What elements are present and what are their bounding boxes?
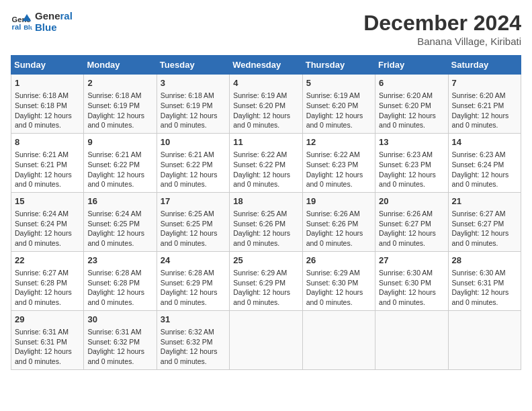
- calendar-cell: 16Sunrise: 6:24 AM Sunset: 6:25 PM Dayli…: [84, 192, 157, 251]
- day-number: 26: [306, 255, 371, 267]
- day-info: Sunrise: 6:23 AM Sunset: 6:24 PM Dayligh…: [452, 150, 517, 189]
- location: Banana Village, Kiribati: [363, 36, 521, 47]
- day-info: Sunrise: 6:25 AM Sunset: 6:25 PM Dayligh…: [161, 209, 226, 248]
- calendar-cell: 3Sunrise: 6:18 AM Sunset: 6:19 PM Daylig…: [157, 75, 229, 134]
- logo: Gene ral Blue General Blue: [11, 11, 73, 33]
- logo-icon: Gene ral Blue: [11, 11, 32, 33]
- month-title: December 2024: [363, 11, 521, 36]
- calendar-cell: 13Sunrise: 6:23 AM Sunset: 6:23 PM Dayli…: [375, 133, 448, 192]
- day-number: 6: [379, 77, 444, 89]
- day-info: Sunrise: 6:28 AM Sunset: 6:29 PM Dayligh…: [161, 268, 226, 308]
- calendar-cell: 14Sunrise: 6:23 AM Sunset: 6:24 PM Dayli…: [448, 133, 521, 192]
- col-monday: Monday: [84, 56, 157, 75]
- day-number: 14: [452, 136, 517, 148]
- day-info: Sunrise: 6:20 AM Sunset: 6:21 PM Dayligh…: [452, 91, 517, 130]
- calendar-cell: 6Sunrise: 6:20 AM Sunset: 6:20 PM Daylig…: [375, 75, 448, 134]
- day-info: Sunrise: 6:22 AM Sunset: 6:22 PM Dayligh…: [233, 150, 298, 189]
- day-number: 16: [87, 195, 152, 208]
- calendar-cell: 7Sunrise: 6:20 AM Sunset: 6:21 PM Daylig…: [448, 75, 521, 134]
- logo-subtext: Blue: [35, 22, 73, 34]
- logo-text: General: [35, 11, 73, 22]
- calendar-week-1: 1Sunrise: 6:18 AM Sunset: 6:18 PM Daylig…: [11, 75, 521, 134]
- day-info: Sunrise: 6:29 AM Sunset: 6:29 PM Dayligh…: [233, 268, 298, 308]
- calendar-table: Sunday Monday Tuesday Wednesday Thursday…: [11, 55, 521, 370]
- calendar-cell: 1Sunrise: 6:18 AM Sunset: 6:18 PM Daylig…: [11, 75, 84, 134]
- day-number: 10: [161, 136, 226, 148]
- page-header: Gene ral Blue General Blue December 2024…: [11, 11, 521, 47]
- day-info: Sunrise: 6:20 AM Sunset: 6:20 PM Dayligh…: [379, 91, 444, 130]
- calendar-cell: 30Sunrise: 6:31 AM Sunset: 6:32 PM Dayli…: [84, 310, 157, 369]
- calendar-cell: 12Sunrise: 6:22 AM Sunset: 6:23 PM Dayli…: [302, 133, 375, 192]
- calendar-cell: 29Sunrise: 6:31 AM Sunset: 6:31 PM Dayli…: [11, 310, 84, 369]
- day-number: 28: [452, 255, 517, 267]
- day-number: 13: [379, 136, 444, 148]
- day-info: Sunrise: 6:30 AM Sunset: 6:31 PM Dayligh…: [452, 268, 517, 308]
- calendar-cell: 2Sunrise: 6:18 AM Sunset: 6:19 PM Daylig…: [84, 75, 157, 134]
- svg-text:Blue: Blue: [24, 24, 32, 31]
- day-number: 21: [452, 195, 517, 208]
- svg-text:ral: ral: [12, 23, 21, 31]
- day-info: Sunrise: 6:25 AM Sunset: 6:26 PM Dayligh…: [233, 209, 298, 248]
- day-number: 1: [15, 77, 80, 89]
- day-number: 20: [379, 195, 444, 208]
- calendar-cell: 5Sunrise: 6:19 AM Sunset: 6:20 PM Daylig…: [302, 75, 375, 134]
- calendar-cell: [375, 310, 448, 369]
- day-number: 23: [87, 255, 152, 267]
- day-number: 8: [15, 136, 80, 148]
- day-number: 2: [87, 77, 152, 89]
- day-number: 5: [306, 77, 371, 89]
- day-info: Sunrise: 6:31 AM Sunset: 6:31 PM Dayligh…: [15, 327, 80, 367]
- calendar-cell: 10Sunrise: 6:21 AM Sunset: 6:22 PM Dayli…: [157, 133, 229, 192]
- day-info: Sunrise: 6:26 AM Sunset: 6:26 PM Dayligh…: [306, 209, 371, 248]
- col-thursday: Thursday: [302, 56, 375, 75]
- day-info: Sunrise: 6:31 AM Sunset: 6:32 PM Dayligh…: [87, 327, 152, 367]
- calendar-cell: 9Sunrise: 6:21 AM Sunset: 6:22 PM Daylig…: [84, 133, 157, 192]
- calendar-cell: 11Sunrise: 6:22 AM Sunset: 6:22 PM Dayli…: [230, 133, 302, 192]
- day-info: Sunrise: 6:27 AM Sunset: 6:28 PM Dayligh…: [15, 268, 80, 308]
- day-number: 4: [233, 77, 298, 89]
- day-number: 3: [161, 77, 226, 89]
- calendar-cell: 18Sunrise: 6:25 AM Sunset: 6:26 PM Dayli…: [230, 192, 302, 251]
- col-sunday: Sunday: [11, 56, 84, 75]
- calendar-cell: [230, 310, 302, 369]
- day-info: Sunrise: 6:24 AM Sunset: 6:24 PM Dayligh…: [15, 209, 80, 248]
- day-info: Sunrise: 6:24 AM Sunset: 6:25 PM Dayligh…: [87, 209, 152, 248]
- day-info: Sunrise: 6:19 AM Sunset: 6:20 PM Dayligh…: [233, 91, 298, 130]
- day-number: 27: [379, 255, 444, 267]
- calendar-cell: 28Sunrise: 6:30 AM Sunset: 6:31 PM Dayli…: [448, 251, 521, 310]
- day-info: Sunrise: 6:30 AM Sunset: 6:30 PM Dayligh…: [379, 268, 444, 308]
- calendar-cell: 21Sunrise: 6:27 AM Sunset: 6:27 PM Dayli…: [448, 192, 521, 251]
- day-number: 9: [87, 136, 152, 148]
- day-number: 30: [87, 314, 152, 326]
- day-number: 24: [161, 255, 226, 267]
- day-info: Sunrise: 6:27 AM Sunset: 6:27 PM Dayligh…: [452, 209, 517, 248]
- day-number: 17: [161, 195, 226, 208]
- calendar-cell: 25Sunrise: 6:29 AM Sunset: 6:29 PM Dayli…: [230, 251, 302, 310]
- day-number: 7: [452, 77, 517, 89]
- day-number: 19: [306, 195, 371, 208]
- day-number: 11: [233, 136, 298, 148]
- col-wednesday: Wednesday: [230, 56, 302, 75]
- calendar-cell: 19Sunrise: 6:26 AM Sunset: 6:26 PM Dayli…: [302, 192, 375, 251]
- calendar-cell: [302, 310, 375, 369]
- calendar-cell: 31Sunrise: 6:32 AM Sunset: 6:32 PM Dayli…: [157, 310, 229, 369]
- day-info: Sunrise: 6:32 AM Sunset: 6:32 PM Dayligh…: [161, 327, 226, 367]
- day-info: Sunrise: 6:28 AM Sunset: 6:28 PM Dayligh…: [87, 268, 152, 308]
- calendar-cell: 15Sunrise: 6:24 AM Sunset: 6:24 PM Dayli…: [11, 192, 84, 251]
- calendar-cell: 22Sunrise: 6:27 AM Sunset: 6:28 PM Dayli…: [11, 251, 84, 310]
- calendar-week-3: 15Sunrise: 6:24 AM Sunset: 6:24 PM Dayli…: [11, 192, 521, 251]
- header-row: Sunday Monday Tuesday Wednesday Thursday…: [11, 56, 521, 75]
- day-number: 18: [233, 195, 298, 208]
- day-info: Sunrise: 6:21 AM Sunset: 6:22 PM Dayligh…: [161, 150, 226, 189]
- day-number: 29: [15, 314, 80, 326]
- day-info: Sunrise: 6:18 AM Sunset: 6:19 PM Dayligh…: [161, 91, 226, 130]
- day-info: Sunrise: 6:23 AM Sunset: 6:23 PM Dayligh…: [379, 150, 444, 189]
- calendar-week-2: 8Sunrise: 6:21 AM Sunset: 6:21 PM Daylig…: [11, 133, 521, 192]
- calendar-cell: [448, 310, 521, 369]
- day-info: Sunrise: 6:18 AM Sunset: 6:19 PM Dayligh…: [87, 91, 152, 130]
- day-info: Sunrise: 6:29 AM Sunset: 6:30 PM Dayligh…: [306, 268, 371, 308]
- day-number: 15: [15, 195, 80, 208]
- day-info: Sunrise: 6:21 AM Sunset: 6:22 PM Dayligh…: [87, 150, 152, 189]
- title-block: December 2024 Banana Village, Kiribati: [363, 11, 521, 47]
- calendar-cell: 8Sunrise: 6:21 AM Sunset: 6:21 PM Daylig…: [11, 133, 84, 192]
